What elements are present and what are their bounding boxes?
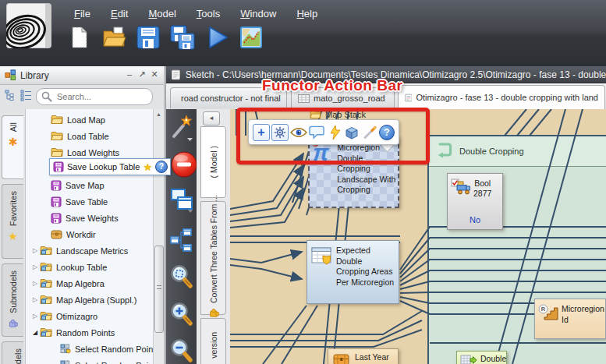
library-tree: Load Map Load Table Load Weights Save Ma…	[25, 109, 165, 364]
expand-arrow-icon[interactable]: ▷	[30, 280, 40, 287]
library-close-button[interactable]: ✕	[148, 69, 161, 80]
menu-help[interactable]: Help	[288, 6, 326, 21]
save-all-models-icon[interactable]	[168, 23, 197, 51]
menu-tools[interactable]: Tools	[188, 6, 229, 21]
functor-microregion-id[interactable]: R Microregion Id	[534, 299, 606, 339]
library-minimize-button[interactable]: –	[123, 69, 136, 80]
open-model-icon[interactable]	[100, 23, 128, 51]
dinamica-logo-icon	[6, 3, 51, 51]
tree-item-lookup-table[interactable]: ▷ Lookup Table	[26, 259, 155, 275]
star-icon: ★	[8, 231, 18, 242]
model-side-tabs: ◂ ( Model ) Convert Three Tables From ..…	[197, 109, 231, 364]
favorite-star-icon[interactable]: ★	[143, 161, 152, 173]
library-search	[36, 88, 153, 105]
functor-double[interactable]: Double	[456, 351, 507, 364]
magic-wand-icon[interactable]	[169, 114, 194, 145]
tree-item-select-random-point[interactable]: Select Random Point	[26, 357, 165, 364]
tree-scrollbar[interactable]: ▲	[153, 109, 164, 364]
tree-item-random-points[interactable]: ◢ Random Points	[26, 324, 155, 341]
tree-item-workdir[interactable]: Workdir	[26, 226, 165, 242]
help-icon[interactable]: ?	[155, 161, 168, 173]
dinamica-ego-window: File Edit Model Tools Window Help	[0, 0, 606, 364]
collapse-panel-icon[interactable]: ◂	[203, 111, 220, 125]
menu-model[interactable]: Model	[140, 6, 184, 21]
tree-item-map-algebra[interactable]: ▷ Map Algebra	[26, 275, 155, 292]
sketch-toolbar	[166, 109, 197, 364]
save-model-icon[interactable]	[134, 23, 162, 51]
collapse-arrow-icon[interactable]: ◢	[30, 329, 40, 336]
expand-arrow-icon[interactable]: ▷	[30, 296, 40, 303]
top-bar: File Edit Model Tools Window Help	[0, 0, 606, 67]
menu-edit[interactable]: Edit	[102, 6, 136, 21]
scroll-up-icon[interactable]: ▲	[154, 109, 164, 121]
svg-text:R: R	[541, 306, 546, 313]
tree-view-toggle-icon[interactable]	[5, 89, 17, 104]
points-icon	[60, 344, 71, 355]
zoom-fit-icon[interactable]	[169, 263, 193, 293]
submodel-folder-icon	[40, 295, 52, 305]
functor-bool-2877[interactable]: Bool 2877 No	[447, 173, 503, 230]
new-model-icon[interactable]	[66, 23, 94, 51]
library-tab-favorites[interactable]: Favorites ★	[2, 184, 23, 259]
floppy-icon	[51, 213, 62, 224]
library-tab-local-submodels[interactable]: Local Submodels	[2, 341, 23, 364]
copy-paste-icon[interactable]	[169, 187, 194, 218]
run-model-icon[interactable]	[203, 23, 231, 51]
zoom-in-icon[interactable]	[169, 301, 193, 330]
table-icon	[298, 94, 310, 104]
tree-item-load-map[interactable]: Load Map	[26, 111, 165, 128]
expand-arrow-icon[interactable]: ▷	[30, 247, 40, 254]
chest-icon	[333, 352, 350, 364]
functor-id: 2877	[473, 189, 491, 198]
tree-item-load-table[interactable]: Load Table	[26, 128, 165, 144]
functor-expected-double-cropping[interactable]: Expected Double Cropping Areas Per Micro…	[307, 240, 399, 304]
sketch-icon	[405, 93, 412, 103]
submodel-folder-icon	[40, 327, 52, 337]
remove-functor-icon[interactable]	[169, 150, 199, 182]
list-view-toggle-icon[interactable]	[20, 89, 33, 104]
library-tab-submodels[interactable]: Submodels	[2, 263, 23, 337]
expand-arrow-icon[interactable]: ▷	[30, 313, 40, 320]
folder-icon	[51, 115, 63, 125]
submodel-folder-icon	[40, 262, 52, 272]
truck-checkbox-icon	[451, 178, 471, 199]
library-tab-all[interactable]: All ✱	[2, 115, 23, 179]
auto-layout-icon[interactable]	[169, 228, 193, 256]
document-icon	[172, 69, 180, 80]
tree-item-select-random-point[interactable]: Select Random Point	[26, 341, 165, 357]
tab-model[interactable]: ( Model )	[200, 126, 226, 198]
menu-window[interactable]: Window	[232, 6, 285, 21]
tree-item-otimizagro[interactable]: ▷ Otimizagro	[26, 308, 155, 324]
tree-item-save-lookup-table[interactable]: Save Lookup Table ★ ?	[49, 158, 171, 175]
tree-item-save-weights[interactable]: Save Weights	[26, 210, 165, 226]
library-panel: Library – ↗ ✕	[0, 66, 165, 364]
tree-item-save-map[interactable]: Save Map	[26, 177, 165, 193]
asterisk-icon: ✱	[9, 136, 18, 147]
tab-otimizagro[interactable]: Otimizagro - fase 13 - double cropping w…	[398, 85, 605, 109]
library-toolbar	[0, 87, 164, 107]
tree-item-landscape-metrics[interactable]: ▷ Landscape Metrics	[26, 242, 155, 259]
zoom-out-icon[interactable]	[169, 337, 193, 364]
tab-version[interactable]: version	[200, 318, 226, 364]
folder-icon	[51, 131, 63, 141]
floppy-icon	[51, 180, 62, 191]
library-float-button[interactable]: ↗	[136, 69, 148, 80]
main-toolbar	[66, 23, 265, 51]
menu-file[interactable]: File	[66, 6, 99, 21]
tab-convert-three-tables[interactable]: Convert Three Tables From ...	[200, 201, 226, 315]
search-input[interactable]	[55, 90, 148, 104]
tree-item-save-table[interactable]: Save Table	[26, 193, 165, 210]
submodel-folder-icon	[40, 246, 52, 256]
tree-item-map-algebra-suppl[interactable]: ▷ Map Algebra (Suppl.)	[26, 292, 155, 308]
scrollbar-thumb[interactable]	[154, 246, 164, 333]
menu-bar: File Edit Model Tools Window Help	[66, 6, 326, 21]
table-shield-icon	[311, 246, 336, 302]
floppy-icon	[51, 196, 62, 207]
puzzle-icon	[8, 318, 18, 330]
search-icon	[41, 91, 52, 102]
map-viewer-icon[interactable]	[237, 23, 265, 51]
expand-arrow-icon[interactable]: ▷	[30, 263, 40, 270]
library-title: Library	[20, 70, 49, 81]
bool-value: No	[448, 215, 502, 224]
functor-last-year[interactable]: Last Year	[328, 348, 399, 364]
